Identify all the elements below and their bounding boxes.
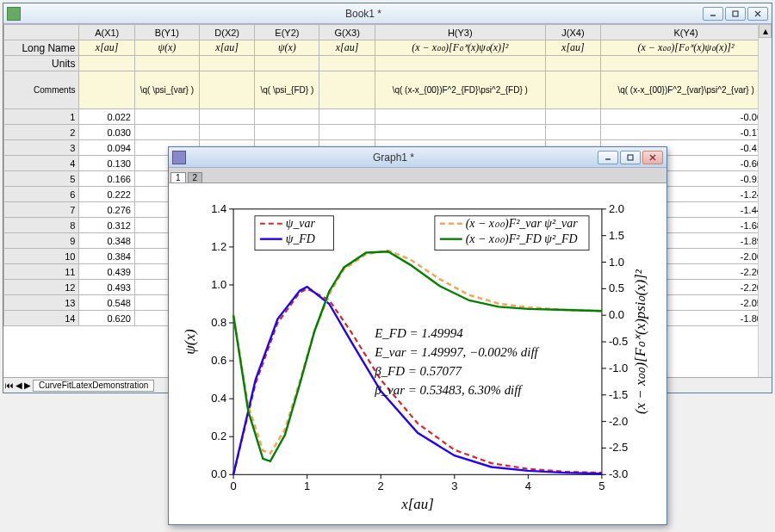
graph-page-tab[interactable]: 2 <box>188 172 203 182</box>
maximize-button[interactable] <box>620 151 641 164</box>
scroll-up-icon[interactable]: ▴ <box>759 24 772 38</box>
row-number[interactable]: 5 <box>4 171 79 187</box>
svg-text:0.4: 0.4 <box>211 392 226 405</box>
row-number[interactable]: 6 <box>4 187 79 202</box>
cell[interactable]: 0.348 <box>79 233 135 249</box>
cell[interactable]: 0.620 <box>79 311 135 326</box>
svg-text:0.0: 0.0 <box>211 467 226 480</box>
row-number[interactable]: 1 <box>4 109 79 125</box>
sheet-tab[interactable]: CurveFitLatexDemonstration <box>33 380 154 392</box>
vertical-scrollbar[interactable]: ▴ <box>758 24 772 377</box>
units-row[interactable]: Units <box>4 56 772 71</box>
svg-text:-3.0: -3.0 <box>609 467 628 480</box>
row-number[interactable]: 3 <box>4 140 79 156</box>
plot-annotation: E_var = 1.49997, −0.002% diff <box>374 345 539 359</box>
svg-text:-2.5: -2.5 <box>609 441 628 454</box>
workbook-title: Book1 * <box>24 8 703 20</box>
cell[interactable]: 0.384 <box>79 249 135 264</box>
row-label: Units <box>4 56 79 71</box>
col-header[interactable]: A(X1) <box>79 25 135 40</box>
cell[interactable]: 0.439 <box>79 264 135 280</box>
svg-rect-5 <box>628 155 633 160</box>
cell[interactable]: 0.222 <box>79 187 135 202</box>
cell[interactable]: 0.130 <box>79 156 135 171</box>
cell[interactable]: 0.166 <box>79 171 135 187</box>
col-header[interactable]: D(X2) <box>199 25 255 40</box>
cell[interactable]: -0.175 <box>601 125 772 140</box>
table-row[interactable]: 1 0.022 -0.064 <box>4 109 772 125</box>
row-number[interactable]: 2 <box>4 125 79 140</box>
row-number[interactable]: 13 <box>4 295 79 311</box>
svg-text:5: 5 <box>598 479 604 492</box>
workbook-sysicon <box>7 7 21 21</box>
svg-rect-1 <box>733 11 738 16</box>
row-number[interactable]: 9 <box>4 233 79 249</box>
svg-text:-0.5: -0.5 <box>609 335 628 348</box>
col-header[interactable]: H(Y3) <box>375 25 545 40</box>
plot-annotation: β_var = 0.53483, 6.30% diff <box>374 383 523 397</box>
svg-text:1.4: 1.4 <box>211 202 226 215</box>
graph-page-tab[interactable]: 1 <box>170 172 186 182</box>
row-number[interactable]: 12 <box>4 280 79 295</box>
svg-text:ψ_FD: ψ_FD <box>286 232 315 245</box>
nav-next-icon[interactable]: ▶ <box>24 380 31 390</box>
plot-annotation: β_FD = 0.57077 <box>374 364 462 378</box>
row-label: Comments <box>4 71 79 109</box>
series-psi_var <box>233 288 602 474</box>
cell[interactable]: 0.312 <box>79 218 135 233</box>
graph-title: Graph1 * <box>189 152 598 164</box>
cell[interactable]: 0.022 <box>79 109 135 125</box>
row-number[interactable]: 4 <box>4 156 79 171</box>
graph-titlebar[interactable]: Graph1 * <box>169 147 666 168</box>
cell[interactable]: 0.276 <box>79 202 135 218</box>
row-label: Long Name <box>4 40 79 56</box>
corner-cell <box>4 25 79 40</box>
graph-page-tabs[interactable]: 1 2 <box>169 168 666 183</box>
col-header[interactable]: G(X3) <box>319 25 375 40</box>
maximize-button[interactable] <box>725 7 746 21</box>
row-number[interactable]: 11 <box>4 264 79 280</box>
minimize-button[interactable] <box>598 151 618 164</box>
cell[interactable]: 0.493 <box>79 280 135 295</box>
cell[interactable]: 0.030 <box>79 125 135 140</box>
row-number[interactable]: 14 <box>4 311 79 326</box>
col-header[interactable]: B(Y1) <box>134 25 199 40</box>
svg-text:4: 4 <box>525 479 531 492</box>
svg-text:ψ_var: ψ_var <box>286 217 316 230</box>
svg-text:2.0: 2.0 <box>609 202 624 215</box>
svg-text:0: 0 <box>230 479 236 492</box>
close-button[interactable] <box>642 151 663 164</box>
nav-prev-icon[interactable]: ◀ <box>16 380 22 390</box>
table-row[interactable]: 2 0.030 -0.175 <box>4 125 772 140</box>
svg-text:(x − x₀₀)F²_var ψ²_var: (x − x₀₀)F²_var ψ²_var <box>466 217 578 231</box>
svg-text:0.0: 0.0 <box>609 308 624 321</box>
comments-row[interactable]: Comments \q( \psi_{var} ) \q( \psi_{FD} … <box>4 71 772 109</box>
svg-text:ψ(x): ψ(x) <box>182 329 198 355</box>
cell[interactable]: 0.548 <box>79 295 135 311</box>
col-header[interactable]: E(Y2) <box>255 25 319 40</box>
row-number[interactable]: 8 <box>4 218 79 233</box>
series-psi_fd <box>233 287 602 474</box>
cell[interactable]: 0.094 <box>79 140 135 156</box>
col-header[interactable]: J(X4) <box>545 25 601 40</box>
svg-text:1.2: 1.2 <box>211 240 226 253</box>
svg-text:3: 3 <box>451 479 457 492</box>
svg-text:1: 1 <box>304 479 310 492</box>
row-number[interactable]: 7 <box>4 202 79 218</box>
svg-text:(x − x₀₀)[F₀ˣ(x)psi₀(x)]²: (x − x₀₀)[F₀ˣ(x)psi₀(x)]² <box>632 269 648 414</box>
svg-text:x[au]: x[au] <box>400 496 434 512</box>
plot-area[interactable]: 0123450.00.20.40.60.81.01.21.4-3.0-2.5-2… <box>169 183 666 524</box>
column-header-row[interactable]: A(X1) B(Y1) D(X2) E(Y2) G(X3) H(Y3) J(X4… <box>4 25 772 40</box>
svg-text:(x − x₀₀)F²_FD ψ²_FD: (x − x₀₀)F²_FD ψ²_FD <box>466 232 578 246</box>
workbook-titlebar[interactable]: Book1 * <box>3 3 772 24</box>
close-button[interactable] <box>747 7 768 21</box>
minimize-button[interactable] <box>703 7 723 21</box>
graph-sysicon <box>172 151 186 164</box>
plot-svg: 0123450.00.20.40.60.81.01.21.4-3.0-2.5-2… <box>169 183 666 524</box>
row-number[interactable]: 10 <box>4 249 79 264</box>
cell[interactable]: -0.064 <box>601 109 772 125</box>
col-header[interactable]: K(Y4) <box>601 25 772 40</box>
plot-annotation: E_FD = 1.49994 <box>374 326 463 340</box>
longname-row[interactable]: Long Name x[au] ψ(x) x[au] ψ(x) x[au] (x… <box>4 40 772 56</box>
nav-first-icon[interactable]: ⏮ <box>5 380 14 390</box>
